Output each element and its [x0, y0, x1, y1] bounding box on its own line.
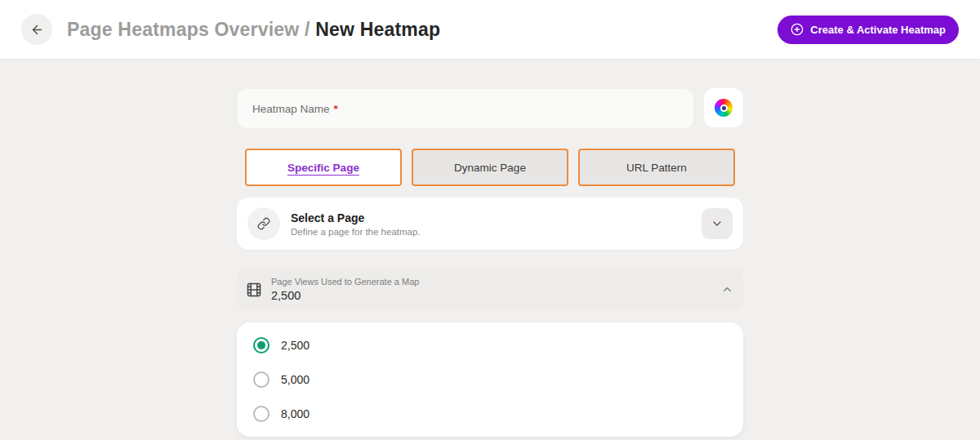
radio-selected-icon[interactable]	[253, 337, 270, 353]
tab-url-pattern[interactable]: URL Pattern	[578, 149, 735, 186]
page-views-options-panel: 2,500 5,000 8,000	[237, 322, 743, 437]
tab-dynamic-page[interactable]: Dynamic Page	[412, 149, 568, 186]
chevron-down-icon	[710, 217, 724, 230]
radio-unselected-icon[interactable]	[253, 371, 270, 388]
heatmap-name-input[interactable]: Heatmap Name *	[237, 88, 694, 129]
heatmap-color-picker-button[interactable]	[704, 88, 743, 127]
film-icon	[247, 282, 261, 297]
color-wheel-icon	[715, 99, 733, 117]
create-activate-heatmap-button[interactable]: Create & Activate Heatmap	[777, 16, 959, 44]
create-activate-heatmap-label: Create & Activate Heatmap	[810, 24, 946, 36]
radio-unselected-icon[interactable]	[253, 406, 270, 422]
tab-dynamic-page-label: Dynamic Page	[454, 162, 526, 174]
tab-url-pattern-label: URL Pattern	[626, 162, 687, 174]
tab-specific-page[interactable]: Specific Page	[245, 149, 402, 186]
link-icon	[257, 217, 270, 230]
page-views-option-2500[interactable]: 2,500	[237, 328, 743, 362]
select-page-card[interactable]: Select a Page Define a page for the heat…	[237, 198, 743, 250]
page-views-option-label: 5,000	[281, 373, 310, 386]
required-asterisk: *	[334, 103, 338, 115]
page-views-option-label: 2,500	[281, 339, 310, 352]
heatmap-name-placeholder: Heatmap Name	[252, 103, 330, 115]
top-header: Page Heatmaps Overview / New Heatmap Cre…	[0, 0, 980, 59]
plus-circle-icon	[791, 23, 804, 36]
tab-specific-page-label: Specific Page	[287, 162, 359, 174]
back-button[interactable]	[21, 14, 52, 45]
breadcrumb: Page Heatmaps Overview / New Heatmap	[67, 19, 440, 41]
page-views-label: Page Views Used to Generate a Map	[271, 277, 419, 287]
page-views-collapsible-header[interactable]: Page Views Used to Generate a Map 2,500	[237, 269, 743, 309]
page-title: New Heatmap	[315, 19, 440, 40]
page-views-value: 2,500	[271, 289, 419, 302]
page-type-tabs: Specific Page Dynamic Page URL Pattern	[237, 149, 743, 186]
page-views-option-8000[interactable]: 8,000	[237, 397, 743, 431]
chevron-up-icon	[721, 283, 733, 296]
select-page-dropdown-button[interactable]	[702, 208, 733, 239]
page-views-option-5000[interactable]: 5,000	[237, 362, 743, 397]
select-page-title: Select a Page	[291, 211, 421, 224]
breadcrumb-parent: Page Heatmaps Overview /	[67, 19, 315, 40]
page-views-option-label: 8,000	[281, 407, 310, 420]
arrow-left-icon	[30, 23, 44, 37]
main-content: Heatmap Name * Specific Page Dynamic Pag…	[0, 59, 980, 437]
select-page-subtitle: Define a page for the heatmap.	[291, 227, 421, 237]
